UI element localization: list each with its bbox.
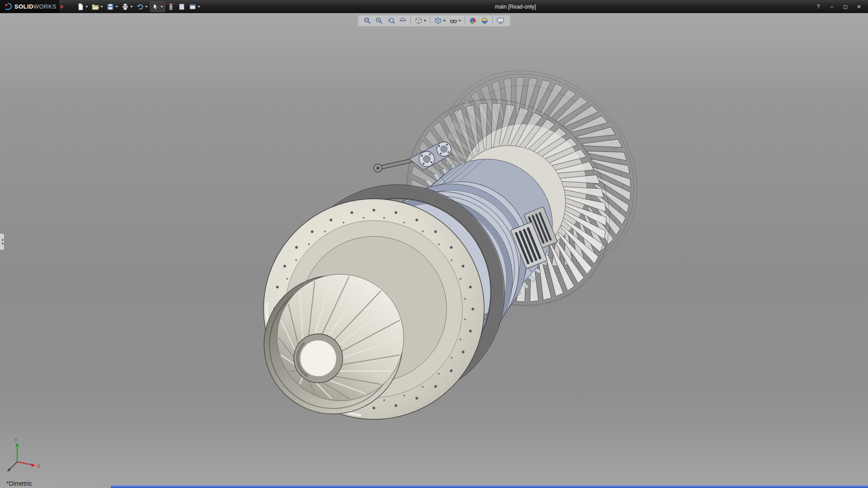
titlebar-toolbar	[75, 2, 202, 12]
view-orientation-label: *Dimetric	[6, 480, 32, 487]
previous-view-icon	[387, 17, 395, 25]
dropdown-caret-icon	[85, 6, 88, 8]
view-orientation-button[interactable]	[414, 16, 427, 25]
zoom-to-fit-icon	[363, 17, 372, 25]
display-style-button[interactable]	[433, 16, 447, 25]
triad-x-axis	[17, 462, 33, 465]
select-cursor-icon	[152, 3, 159, 10]
collapse-arrow-icon	[1, 239, 3, 241]
dropdown-caret-icon	[130, 6, 133, 8]
previous-view-button[interactable]	[386, 16, 396, 25]
undo-icon	[137, 3, 144, 10]
close-button[interactable]: ✕	[854, 3, 863, 11]
titlebar: SOLIDWORKS	[0, 0, 868, 13]
toolbar-separator	[410, 17, 411, 25]
triad-z-axis	[9, 462, 17, 470]
dropdown-caret-icon	[160, 6, 163, 8]
dropdown-caret-icon	[115, 6, 118, 8]
minimize-button[interactable]: –	[827, 3, 836, 11]
options-icon	[189, 3, 196, 10]
edit-appearance-ball-icon	[469, 17, 477, 25]
view-orientation-cube-icon	[415, 17, 423, 25]
rebuild-traffic-light-icon	[167, 3, 175, 10]
apply-scene-icon	[481, 17, 489, 25]
toolbar-separator	[465, 17, 465, 25]
options-button[interactable]	[188, 2, 202, 11]
display-style-icon	[434, 17, 442, 25]
3ds-logo-icon	[4, 2, 13, 11]
save-button[interactable]	[105, 2, 119, 11]
panel-splitter-handle[interactable]	[0, 233, 5, 250]
select-button[interactable]	[150, 2, 165, 12]
triad-y-label: Y	[14, 437, 18, 443]
triad-x-arrowhead	[31, 463, 35, 467]
print-icon	[122, 3, 129, 10]
rebuild-button[interactable]	[166, 2, 176, 11]
hide-show-items-button[interactable]	[448, 16, 462, 25]
eyeglasses-icon	[449, 17, 458, 25]
solidworks-wordmark: SOLIDWORKS	[14, 3, 57, 10]
toolbar-separator	[430, 17, 430, 25]
dropdown-caret-icon	[424, 20, 426, 22]
section-view-button[interactable]	[398, 16, 408, 25]
dropdown-caret-icon	[100, 6, 103, 8]
flyout-arrow-icon	[61, 5, 64, 9]
zoom-to-area-button[interactable]	[374, 16, 384, 25]
file-properties-button[interactable]	[177, 2, 187, 11]
view-settings-button[interactable]	[495, 16, 505, 25]
menu-flyout-arrow[interactable]	[59, 2, 66, 11]
save-icon	[107, 3, 114, 10]
engine-assembly[interactable]	[264, 62, 646, 419]
view-settings-icon	[496, 17, 505, 25]
solidworks-logo: SOLIDWORKS	[0, 0, 59, 13]
collapse-arrow-icon	[1, 242, 3, 245]
headsup-view-toolbar	[358, 15, 510, 27]
dropdown-caret-icon	[458, 20, 461, 22]
dropdown-caret-icon	[145, 6, 148, 8]
zoom-to-area-icon	[375, 17, 383, 25]
help-button[interactable]: ?	[814, 3, 823, 11]
edit-appearance-button[interactable]	[468, 16, 478, 25]
section-view-icon	[399, 17, 407, 25]
new-document-icon	[77, 3, 84, 10]
dropdown-caret-icon	[198, 6, 200, 8]
orientation-triad: Y X	[7, 437, 41, 472]
taskbar-sliver	[111, 485, 868, 488]
dropdown-caret-icon	[443, 20, 446, 22]
titlebar-window-controls: ? – ◻ ✕	[814, 3, 868, 11]
undo-button[interactable]	[135, 2, 149, 11]
zoom-to-fit-button[interactable]	[363, 16, 373, 25]
triad-y-arrowhead	[15, 443, 19, 446]
open-folder-icon	[92, 3, 99, 10]
maximize-button[interactable]: ◻	[841, 3, 850, 11]
toolbar-separator	[492, 17, 493, 25]
triad-x-label: X	[37, 464, 41, 469]
jet-engine-model[interactable]: Y X	[0, 0, 868, 488]
open-button[interactable]	[90, 2, 104, 11]
file-properties-icon	[178, 3, 185, 10]
print-button[interactable]	[120, 2, 134, 11]
apply-scene-button[interactable]	[480, 16, 490, 25]
new-document-button[interactable]	[75, 2, 90, 11]
window-title: main [Read-only]	[495, 4, 536, 10]
